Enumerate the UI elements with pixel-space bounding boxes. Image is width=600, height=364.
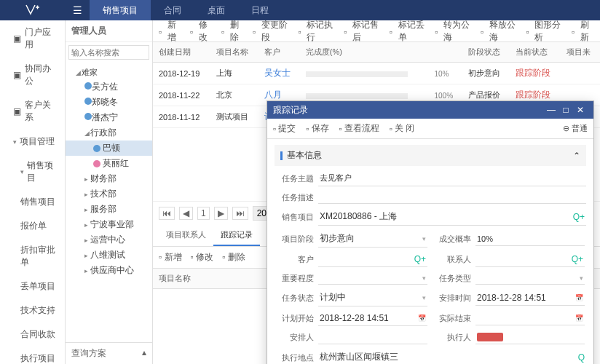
- topnav-tab[interactable]: 日程: [238, 0, 282, 20]
- tree-dept[interactable]: ▸服务部: [66, 202, 152, 217]
- tree-person[interactable]: 巴顿: [66, 141, 152, 156]
- sidebar-item[interactable]: 丢单项目: [0, 274, 65, 298]
- column-header[interactable]: 完成度(%): [300, 42, 425, 63]
- column-header[interactable]: 创建日期: [153, 42, 210, 63]
- track-record-dialog: 跟踪记录 — □ ✕ ▫提交▫保存▫查看流程▫关 闭⊖ 普通 基本信息⌃ 任务主…: [267, 100, 594, 364]
- pager-next[interactable]: ▶: [214, 207, 228, 220]
- toolbar-refresh[interactable]: ▫刷新: [572, 19, 594, 44]
- minimize-icon[interactable]: —: [544, 105, 558, 115]
- subtoolbar-btn[interactable]: ▫ 新增: [159, 251, 182, 264]
- sidebar-item[interactable]: ▣门户应用: [0, 20, 65, 57]
- pager-first[interactable]: ⏮: [159, 207, 175, 220]
- status-field[interactable]: 计划中▾: [318, 289, 427, 306]
- toolbar-plus[interactable]: ▫新增: [159, 19, 181, 44]
- column-header[interactable]: 项目来: [561, 42, 600, 63]
- tree-dept[interactable]: ▸财务部: [66, 171, 152, 186]
- modal-flow-button[interactable]: ▫查看流程: [339, 122, 379, 135]
- subtoolbar-btn[interactable]: ▫ 修改: [191, 251, 214, 264]
- menu-toggle-icon[interactable]: ☰: [66, 4, 90, 16]
- customer-link[interactable]: 吴女士: [264, 68, 291, 78]
- sidebar-item[interactable]: 折扣审批单: [0, 238, 65, 274]
- toolbar-check[interactable]: ▫标记执行: [299, 19, 336, 44]
- column-header[interactable]: 客户: [258, 42, 300, 63]
- customer-field[interactable]: Q+: [318, 252, 427, 267]
- logo: [0, 0, 66, 20]
- sidebar-item[interactable]: 执行项目: [0, 347, 65, 364]
- subtoolbar-btn[interactable]: ▫ 删除: [222, 251, 245, 264]
- contact-field[interactable]: Q+: [475, 252, 585, 267]
- column-header[interactable]: 项目名称: [210, 42, 258, 63]
- chevron-up-icon: ⌃: [573, 151, 580, 161]
- check-icon: ▫: [299, 27, 305, 35]
- pager-last[interactable]: ⏭: [232, 207, 248, 220]
- tree-dept[interactable]: ▸八维测试: [66, 248, 152, 263]
- sidebar-item[interactable]: 技术支持: [0, 298, 65, 323]
- stage-field[interactable]: 初步意向▾: [318, 230, 427, 248]
- mode-toggle[interactable]: ⊖ 普通: [563, 123, 588, 134]
- tree-footer[interactable]: 查询方案 ▴: [66, 342, 152, 364]
- sidebar-item[interactable]: ▣客户关系: [0, 93, 65, 130]
- tree-person[interactable]: 郑晓冬: [66, 95, 152, 110]
- winrate-field[interactable]: 10%: [475, 232, 585, 246]
- sidebar-item[interactable]: 销售项目: [0, 190, 65, 214]
- tree-dept[interactable]: ▸技术部: [66, 186, 152, 202]
- toolbar-share[interactable]: ▫转为公海: [435, 19, 472, 44]
- modal-close-button[interactable]: ▫关 闭: [390, 122, 415, 135]
- toolbar-trash[interactable]: ▫删除: [221, 19, 244, 44]
- arranger-field[interactable]: [318, 331, 427, 344]
- sidebar-item[interactable]: ▾销售项目: [0, 154, 65, 190]
- toolbar-release[interactable]: ▫释放公海: [481, 19, 518, 44]
- modal-save-button[interactable]: ▫保存: [306, 122, 328, 135]
- toolbar-swap[interactable]: ▫变更阶段: [253, 19, 290, 44]
- table-row[interactable]: 2018-12-19上海吴女士10%初步意向跟踪阶段: [153, 63, 600, 84]
- topnav-tab[interactable]: 合同: [151, 0, 194, 20]
- tree-person[interactable]: 莫丽红: [66, 156, 152, 171]
- column-header[interactable]: 阶段状态: [462, 42, 510, 63]
- status-link[interactable]: 跟踪阶段: [516, 90, 550, 100]
- subject-field[interactable]: 去见客户: [318, 170, 586, 186]
- toolbar-tag[interactable]: ▫标记售后: [344, 19, 381, 44]
- column-header[interactable]: 当前状态: [510, 42, 561, 63]
- trash-icon: ▫: [221, 27, 228, 35]
- sidebar-item[interactable]: 报价单: [0, 214, 65, 238]
- section-basic-info[interactable]: 基本信息⌃: [275, 145, 586, 166]
- start-field[interactable]: 2018-12-28 14:51📅: [318, 311, 427, 326]
- plantime-field[interactable]: 2018-12-28 14:51📅: [475, 290, 585, 306]
- tree-root[interactable]: ◢难家: [66, 66, 152, 79]
- toolbar-tag[interactable]: ▫标记丢单: [390, 19, 427, 44]
- addr-field[interactable]: 杭州萧山区闻堰镇三Q: [318, 349, 586, 364]
- customer-link[interactable]: 八月: [264, 90, 282, 100]
- topnav-tab[interactable]: 销售项目: [90, 0, 151, 20]
- tasktype-field[interactable]: ▾: [475, 272, 585, 285]
- column-header[interactable]: [424, 42, 462, 63]
- tree-dept[interactable]: ◢行政部: [66, 125, 152, 141]
- tree-person[interactable]: 吴方佐: [66, 79, 152, 95]
- toolbar-chart[interactable]: ▫图形分析: [526, 19, 563, 44]
- sidebar-item[interactable]: ▣协同办公: [0, 57, 65, 93]
- topnav-tab[interactable]: 桌面: [194, 0, 238, 20]
- pager-page[interactable]: 1: [197, 207, 210, 220]
- close-icon[interactable]: ✕: [573, 105, 588, 115]
- dialog-title: 跟踪记录: [273, 104, 308, 116]
- subtab[interactable]: 跟踪记录: [213, 225, 260, 246]
- tree-search-input[interactable]: [68, 45, 149, 60]
- status-link[interactable]: 跟踪阶段: [516, 68, 550, 78]
- pager-prev[interactable]: ◀: [179, 207, 193, 220]
- end-field[interactable]: 📅: [475, 312, 585, 325]
- toolbar-edit[interactable]: ▫修改: [190, 19, 213, 44]
- priority-field[interactable]: ▾: [318, 272, 427, 285]
- project-field[interactable]: XM20180886 - 上海Q+: [318, 208, 586, 226]
- sidebar-item[interactable]: 合同收款: [0, 323, 65, 347]
- sidebar-item[interactable]: ▾项目管理: [0, 130, 65, 154]
- tree-dept[interactable]: ▸供应商中心: [66, 263, 152, 278]
- tree-dept[interactable]: ▸运营中心: [66, 232, 152, 248]
- tree-person[interactable]: 潘杰宁: [66, 110, 152, 125]
- tree-dept[interactable]: ▸宁波事业部: [66, 217, 152, 232]
- modal-submit-button[interactable]: ▫提交: [273, 122, 296, 135]
- desc-field[interactable]: [318, 191, 586, 204]
- search-icon[interactable]: Q+: [573, 212, 585, 222]
- subtab[interactable]: 项目联系人: [159, 225, 213, 246]
- executor-field[interactable]: [475, 331, 585, 344]
- maximize-icon[interactable]: □: [558, 105, 573, 115]
- search-icon: Q+: [414, 254, 426, 264]
